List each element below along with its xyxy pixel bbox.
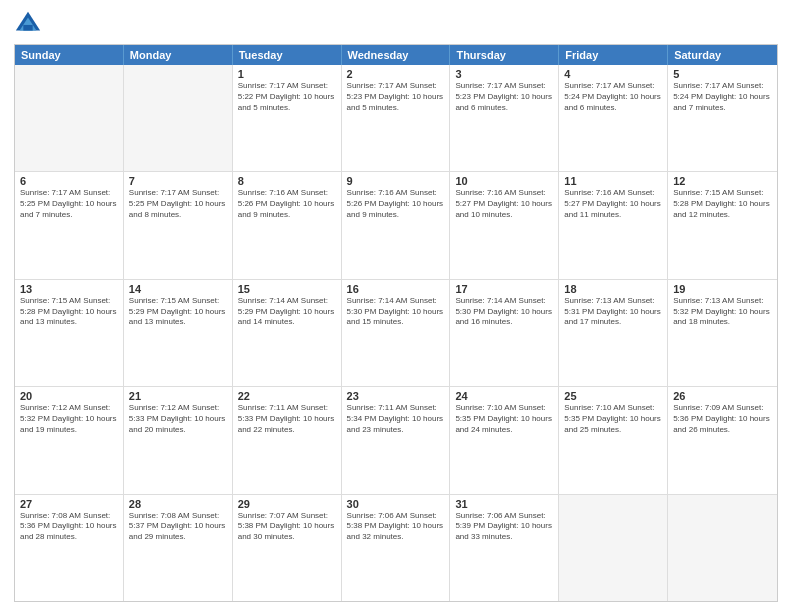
page: SundayMondayTuesdayWednesdayThursdayFrid… bbox=[0, 0, 792, 612]
calendar-cell bbox=[124, 65, 233, 171]
calendar-cell: 19Sunrise: 7:13 AM Sunset: 5:32 PM Dayli… bbox=[668, 280, 777, 386]
calendar-body: 1Sunrise: 7:17 AM Sunset: 5:22 PM Daylig… bbox=[15, 65, 777, 601]
cell-info: Sunrise: 7:08 AM Sunset: 5:36 PM Dayligh… bbox=[20, 511, 118, 543]
calendar-cell: 21Sunrise: 7:12 AM Sunset: 5:33 PM Dayli… bbox=[124, 387, 233, 493]
cell-info: Sunrise: 7:12 AM Sunset: 5:32 PM Dayligh… bbox=[20, 403, 118, 435]
calendar-cell: 7Sunrise: 7:17 AM Sunset: 5:25 PM Daylig… bbox=[124, 172, 233, 278]
header-day-thursday: Thursday bbox=[450, 45, 559, 65]
calendar-cell: 22Sunrise: 7:11 AM Sunset: 5:33 PM Dayli… bbox=[233, 387, 342, 493]
calendar-cell: 18Sunrise: 7:13 AM Sunset: 5:31 PM Dayli… bbox=[559, 280, 668, 386]
header-day-sunday: Sunday bbox=[15, 45, 124, 65]
cell-info: Sunrise: 7:16 AM Sunset: 5:27 PM Dayligh… bbox=[455, 188, 553, 220]
day-number: 27 bbox=[20, 498, 118, 510]
day-number: 21 bbox=[129, 390, 227, 402]
calendar-week-5: 27Sunrise: 7:08 AM Sunset: 5:36 PM Dayli… bbox=[15, 494, 777, 601]
day-number: 22 bbox=[238, 390, 336, 402]
calendar-week-4: 20Sunrise: 7:12 AM Sunset: 5:32 PM Dayli… bbox=[15, 386, 777, 493]
cell-info: Sunrise: 7:15 AM Sunset: 5:28 PM Dayligh… bbox=[20, 296, 118, 328]
cell-info: Sunrise: 7:16 AM Sunset: 5:26 PM Dayligh… bbox=[238, 188, 336, 220]
cell-info: Sunrise: 7:14 AM Sunset: 5:30 PM Dayligh… bbox=[455, 296, 553, 328]
cell-info: Sunrise: 7:17 AM Sunset: 5:22 PM Dayligh… bbox=[238, 81, 336, 113]
header bbox=[14, 10, 778, 38]
day-number: 12 bbox=[673, 175, 772, 187]
day-number: 13 bbox=[20, 283, 118, 295]
day-number: 10 bbox=[455, 175, 553, 187]
calendar-cell: 24Sunrise: 7:10 AM Sunset: 5:35 PM Dayli… bbox=[450, 387, 559, 493]
day-number: 20 bbox=[20, 390, 118, 402]
header-day-monday: Monday bbox=[124, 45, 233, 65]
calendar-cell: 14Sunrise: 7:15 AM Sunset: 5:29 PM Dayli… bbox=[124, 280, 233, 386]
calendar-cell: 26Sunrise: 7:09 AM Sunset: 5:36 PM Dayli… bbox=[668, 387, 777, 493]
day-number: 29 bbox=[238, 498, 336, 510]
header-day-saturday: Saturday bbox=[668, 45, 777, 65]
day-number: 2 bbox=[347, 68, 445, 80]
header-day-tuesday: Tuesday bbox=[233, 45, 342, 65]
day-number: 8 bbox=[238, 175, 336, 187]
logo bbox=[14, 10, 46, 38]
logo-icon bbox=[14, 10, 42, 38]
calendar-cell: 9Sunrise: 7:16 AM Sunset: 5:26 PM Daylig… bbox=[342, 172, 451, 278]
day-number: 3 bbox=[455, 68, 553, 80]
calendar-cell bbox=[668, 495, 777, 601]
day-number: 25 bbox=[564, 390, 662, 402]
day-number: 4 bbox=[564, 68, 662, 80]
cell-info: Sunrise: 7:16 AM Sunset: 5:26 PM Dayligh… bbox=[347, 188, 445, 220]
cell-info: Sunrise: 7:13 AM Sunset: 5:32 PM Dayligh… bbox=[673, 296, 772, 328]
cell-info: Sunrise: 7:17 AM Sunset: 5:25 PM Dayligh… bbox=[129, 188, 227, 220]
calendar-cell bbox=[559, 495, 668, 601]
cell-info: Sunrise: 7:15 AM Sunset: 5:28 PM Dayligh… bbox=[673, 188, 772, 220]
calendar: SundayMondayTuesdayWednesdayThursdayFrid… bbox=[14, 44, 778, 602]
calendar-cell: 15Sunrise: 7:14 AM Sunset: 5:29 PM Dayli… bbox=[233, 280, 342, 386]
calendar-cell: 4Sunrise: 7:17 AM Sunset: 5:24 PM Daylig… bbox=[559, 65, 668, 171]
calendar-cell: 29Sunrise: 7:07 AM Sunset: 5:38 PM Dayli… bbox=[233, 495, 342, 601]
calendar-cell: 16Sunrise: 7:14 AM Sunset: 5:30 PM Dayli… bbox=[342, 280, 451, 386]
day-number: 9 bbox=[347, 175, 445, 187]
day-number: 30 bbox=[347, 498, 445, 510]
calendar-cell: 13Sunrise: 7:15 AM Sunset: 5:28 PM Dayli… bbox=[15, 280, 124, 386]
calendar-cell: 10Sunrise: 7:16 AM Sunset: 5:27 PM Dayli… bbox=[450, 172, 559, 278]
calendar-week-1: 1Sunrise: 7:17 AM Sunset: 5:22 PM Daylig… bbox=[15, 65, 777, 171]
day-number: 26 bbox=[673, 390, 772, 402]
header-day-friday: Friday bbox=[559, 45, 668, 65]
svg-rect-2 bbox=[23, 25, 32, 31]
calendar-header: SundayMondayTuesdayWednesdayThursdayFrid… bbox=[15, 45, 777, 65]
day-number: 17 bbox=[455, 283, 553, 295]
calendar-cell: 6Sunrise: 7:17 AM Sunset: 5:25 PM Daylig… bbox=[15, 172, 124, 278]
cell-info: Sunrise: 7:09 AM Sunset: 5:36 PM Dayligh… bbox=[673, 403, 772, 435]
cell-info: Sunrise: 7:07 AM Sunset: 5:38 PM Dayligh… bbox=[238, 511, 336, 543]
calendar-cell: 27Sunrise: 7:08 AM Sunset: 5:36 PM Dayli… bbox=[15, 495, 124, 601]
day-number: 31 bbox=[455, 498, 553, 510]
day-number: 24 bbox=[455, 390, 553, 402]
calendar-cell: 8Sunrise: 7:16 AM Sunset: 5:26 PM Daylig… bbox=[233, 172, 342, 278]
calendar-cell: 1Sunrise: 7:17 AM Sunset: 5:22 PM Daylig… bbox=[233, 65, 342, 171]
cell-info: Sunrise: 7:17 AM Sunset: 5:23 PM Dayligh… bbox=[347, 81, 445, 113]
cell-info: Sunrise: 7:06 AM Sunset: 5:39 PM Dayligh… bbox=[455, 511, 553, 543]
cell-info: Sunrise: 7:06 AM Sunset: 5:38 PM Dayligh… bbox=[347, 511, 445, 543]
day-number: 5 bbox=[673, 68, 772, 80]
calendar-cell: 31Sunrise: 7:06 AM Sunset: 5:39 PM Dayli… bbox=[450, 495, 559, 601]
calendar-cell: 28Sunrise: 7:08 AM Sunset: 5:37 PM Dayli… bbox=[124, 495, 233, 601]
cell-info: Sunrise: 7:16 AM Sunset: 5:27 PM Dayligh… bbox=[564, 188, 662, 220]
calendar-cell: 12Sunrise: 7:15 AM Sunset: 5:28 PM Dayli… bbox=[668, 172, 777, 278]
cell-info: Sunrise: 7:17 AM Sunset: 5:24 PM Dayligh… bbox=[564, 81, 662, 113]
cell-info: Sunrise: 7:10 AM Sunset: 5:35 PM Dayligh… bbox=[455, 403, 553, 435]
calendar-cell: 5Sunrise: 7:17 AM Sunset: 5:24 PM Daylig… bbox=[668, 65, 777, 171]
cell-info: Sunrise: 7:11 AM Sunset: 5:33 PM Dayligh… bbox=[238, 403, 336, 435]
cell-info: Sunrise: 7:14 AM Sunset: 5:30 PM Dayligh… bbox=[347, 296, 445, 328]
day-number: 19 bbox=[673, 283, 772, 295]
cell-info: Sunrise: 7:08 AM Sunset: 5:37 PM Dayligh… bbox=[129, 511, 227, 543]
day-number: 7 bbox=[129, 175, 227, 187]
calendar-week-3: 13Sunrise: 7:15 AM Sunset: 5:28 PM Dayli… bbox=[15, 279, 777, 386]
cell-info: Sunrise: 7:17 AM Sunset: 5:23 PM Dayligh… bbox=[455, 81, 553, 113]
cell-info: Sunrise: 7:17 AM Sunset: 5:25 PM Dayligh… bbox=[20, 188, 118, 220]
calendar-cell: 17Sunrise: 7:14 AM Sunset: 5:30 PM Dayli… bbox=[450, 280, 559, 386]
day-number: 18 bbox=[564, 283, 662, 295]
cell-info: Sunrise: 7:11 AM Sunset: 5:34 PM Dayligh… bbox=[347, 403, 445, 435]
day-number: 1 bbox=[238, 68, 336, 80]
calendar-cell: 11Sunrise: 7:16 AM Sunset: 5:27 PM Dayli… bbox=[559, 172, 668, 278]
cell-info: Sunrise: 7:12 AM Sunset: 5:33 PM Dayligh… bbox=[129, 403, 227, 435]
calendar-cell: 20Sunrise: 7:12 AM Sunset: 5:32 PM Dayli… bbox=[15, 387, 124, 493]
calendar-cell: 3Sunrise: 7:17 AM Sunset: 5:23 PM Daylig… bbox=[450, 65, 559, 171]
cell-info: Sunrise: 7:15 AM Sunset: 5:29 PM Dayligh… bbox=[129, 296, 227, 328]
calendar-cell bbox=[15, 65, 124, 171]
